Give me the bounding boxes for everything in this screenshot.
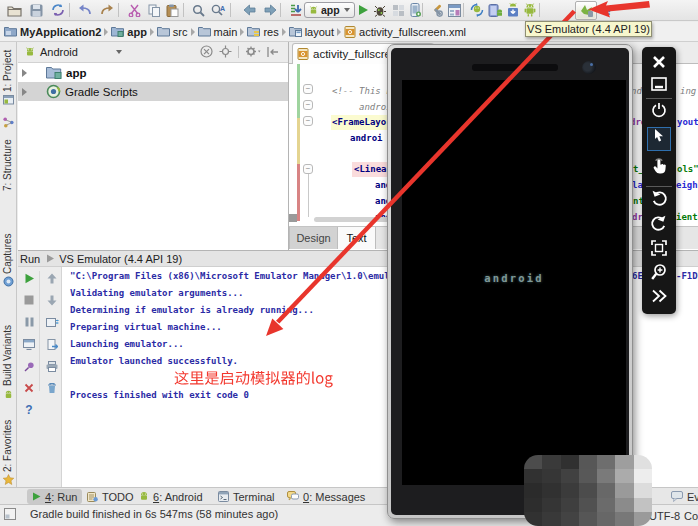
status-message[interactable]: Gradle build finished in 6s 547ms (58 mi…	[30, 508, 278, 520]
close-icon[interactable]	[642, 55, 676, 69]
fold-marker[interactable]: −	[303, 100, 313, 110]
breadcrumb-item-file[interactable]: activity_fullscreen.xml	[344, 26, 466, 38]
fold-marker[interactable]: −	[303, 116, 313, 126]
down-stack-icon[interactable]	[41, 289, 63, 311]
dock-item-run[interactable]: 4: Run	[27, 489, 82, 504]
gradle-sync-icon[interactable]	[467, 1, 487, 19]
project-tool-icon	[3, 94, 14, 105]
settings-icon[interactable]	[426, 1, 446, 19]
zoom-icon[interactable]	[642, 263, 676, 281]
dock-item-terminal[interactable]: Terminal	[213, 489, 280, 504]
rotate-left-icon[interactable]	[642, 190, 676, 208]
icon-graphic	[579, 3, 594, 18]
tool-button-favorites[interactable]: 2: Favorites	[0, 410, 17, 488]
gutter-square	[289, 214, 297, 222]
clear-console-icon[interactable]	[41, 377, 63, 399]
tool-button-build-variants[interactable]: Build Variants	[0, 305, 17, 400]
breadcrumb-item-project[interactable]: MyApplication2	[4, 26, 101, 38]
tool-button-structure[interactable]: 7: Structure	[0, 115, 17, 193]
scroll-to-source-icon[interactable]	[219, 45, 232, 58]
breadcrumb-item-src[interactable]: src	[157, 26, 188, 38]
collapse-all-icon[interactable]	[200, 45, 213, 58]
print-icon[interactable]	[41, 355, 63, 377]
expand-arrow-icon[interactable]	[22, 69, 27, 77]
dock-item-event-log[interactable]: Event Log	[666, 489, 698, 504]
tab-design[interactable]: Design	[289, 227, 338, 249]
undo-icon[interactable]	[75, 1, 95, 19]
rerun-icon[interactable]	[18, 267, 40, 289]
icon-graphic	[24, 383, 34, 393]
replace-icon[interactable]: A	[208, 1, 228, 19]
help-icon[interactable]: ?	[599, 1, 619, 19]
fit-to-screen-icon[interactable]	[642, 240, 676, 256]
console-settings-icon[interactable]	[41, 311, 63, 333]
debug-icon[interactable]	[370, 1, 390, 19]
vs-emulator-button[interactable]	[575, 1, 597, 20]
project-panel-header: Android	[18, 42, 288, 63]
touch-tool-icon[interactable]	[642, 157, 676, 175]
captures-tool-icon	[3, 276, 14, 287]
show-console-icon[interactable]	[18, 333, 40, 355]
dock-item-todo[interactable]: TODO	[82, 489, 139, 504]
stop-icon[interactable]	[18, 289, 40, 311]
run-configuration-combo[interactable]: app	[304, 2, 355, 18]
tooltip: VS Emulator (4.4 API 19)	[525, 21, 652, 37]
avd-manager-icon[interactable]	[485, 1, 505, 19]
status-encoding[interactable]: UTF-8	[649, 510, 680, 522]
cursor-tool-icon[interactable]	[642, 128, 676, 143]
tool-button-captures[interactable]: Captures	[0, 216, 17, 288]
tool-button-project[interactable]: 1: Project	[0, 44, 17, 106]
export-icon[interactable]	[41, 333, 63, 355]
tab-text[interactable]: Text	[338, 227, 376, 249]
android-monitor-icon[interactable]	[520, 1, 540, 19]
tree-item-gradle-scripts[interactable]: Gradle Scripts	[18, 82, 288, 101]
pin-icon[interactable]	[18, 355, 40, 377]
run-config-label: app	[321, 4, 340, 16]
help-icon[interactable]: ?	[18, 399, 40, 421]
toggle-stripes-icon[interactable]	[4, 508, 16, 520]
fold-marker[interactable]: −	[303, 84, 313, 94]
gear-icon[interactable]	[245, 45, 261, 58]
up-stack-icon[interactable]	[41, 267, 63, 289]
breadcrumb-item-main[interactable]: main	[198, 26, 238, 38]
hide-panel-icon[interactable]	[267, 46, 279, 58]
layout-folder-icon	[289, 26, 302, 37]
breadcrumb-item-app[interactable]: app	[111, 26, 147, 38]
fold-marker[interactable]: −	[303, 164, 313, 174]
cut-icon[interactable]	[124, 1, 144, 19]
icon-graphic	[51, 3, 65, 17]
separator	[238, 46, 239, 58]
open-folder-icon[interactable]	[4, 1, 24, 19]
back-icon[interactable]	[239, 1, 259, 19]
sync-icon[interactable]	[48, 1, 68, 19]
project-view-selector[interactable]: Android	[40, 46, 78, 58]
minimize-icon[interactable]	[642, 77, 676, 91]
power-icon[interactable]	[642, 102, 676, 118]
forward-icon[interactable]	[260, 1, 280, 19]
dock-item-android[interactable]: 6: Android	[134, 489, 208, 504]
copy-icon[interactable]	[144, 1, 164, 19]
paste-icon[interactable]	[162, 1, 182, 19]
rotate-right-icon[interactable]	[642, 215, 676, 233]
dock-item-messages[interactable]: 0: Messages	[282, 489, 370, 504]
project-folder-icon	[4, 26, 17, 37]
chevron-right-icon	[282, 28, 286, 36]
project-tree: app Gradle Scripts	[18, 63, 288, 101]
more-tools-icon[interactable]	[642, 289, 676, 303]
expand-arrow-icon[interactable]	[22, 88, 27, 96]
save-icon[interactable]	[26, 1, 46, 19]
breadcrumb-item-res[interactable]: res	[247, 26, 278, 38]
emulator-window[interactable]: android	[387, 44, 633, 519]
redo-icon[interactable]	[97, 1, 117, 19]
status-context[interactable]: Context	[684, 510, 698, 522]
tree-item-app[interactable]: app	[18, 63, 288, 82]
breadcrumb-item-layout[interactable]: layout	[289, 26, 334, 38]
find-icon[interactable]	[188, 1, 208, 19]
pause-output-icon[interactable]	[18, 311, 40, 333]
chevron-right-icon	[337, 28, 341, 36]
svg-text:A: A	[220, 5, 225, 12]
phone-screen[interactable]: android	[402, 80, 626, 485]
close-run-icon[interactable]	[18, 377, 40, 399]
project-structure-icon[interactable]	[444, 1, 464, 19]
make-project-icon[interactable]	[286, 1, 306, 19]
